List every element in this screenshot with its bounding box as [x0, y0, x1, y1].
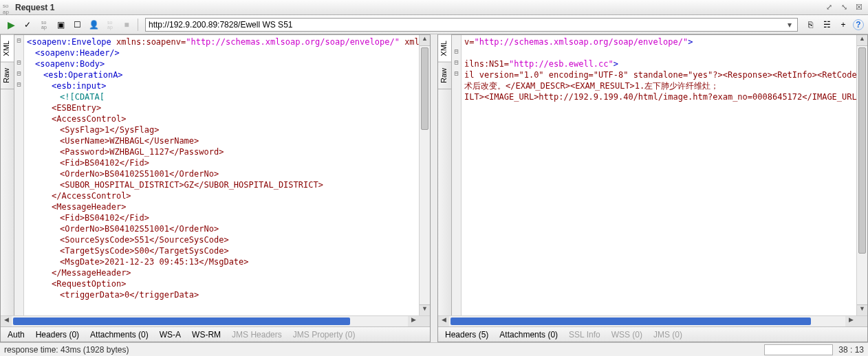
- toolbar-btn-3[interactable]: ▣: [54, 18, 67, 32]
- tab-raw-request[interactable]: Raw: [1, 63, 14, 89]
- toolbar-right-add[interactable]: +: [836, 18, 850, 32]
- scroll-right-icon[interactable]: ▶: [845, 316, 856, 326]
- tab-wsrm[interactable]: WS-RM: [192, 330, 221, 340]
- scroll-left-icon[interactable]: ◀: [438, 316, 449, 326]
- tab-jms-headers[interactable]: JMS Headers: [232, 330, 282, 340]
- response-bottom-tabs: Headers (5) Attachments (0) SSL Info WSS…: [438, 326, 867, 342]
- request-editor: ⊟⊟⊟⊟ <soapenv:Envelope xmlns:soapenv="ht…: [14, 35, 430, 315]
- toolbar-separator: [138, 19, 138, 31]
- response-vtabs: XML Raw: [438, 35, 452, 315]
- address-bar[interactable]: ▾: [145, 18, 798, 32]
- tab-xml-response[interactable]: XML: [438, 35, 451, 63]
- request-vscrollbar[interactable]: ▲ ▼: [419, 35, 430, 315]
- toolbar-right-1[interactable]: ⎘: [803, 18, 817, 32]
- scroll-down-icon[interactable]: ▼: [420, 304, 430, 315]
- window-btn-1[interactable]: ⤢: [823, 3, 835, 12]
- tab-ssl-info[interactable]: SSL Info: [569, 330, 600, 340]
- window-buttons: ⤢ ⤡ ☒: [823, 3, 865, 12]
- status-text: response time: 43ms (1928 bytes): [4, 345, 129, 355]
- response-code[interactable]: v="http://schemas.xmlsoap.org/soap/envel…: [462, 35, 856, 315]
- status-box: [764, 344, 833, 355]
- toolbar-btn-5[interactable]: 👤: [87, 18, 100, 32]
- request-bottom-tabs: Auth Headers (0) Attachments (0) WS-A WS…: [1, 326, 430, 342]
- run-button[interactable]: ▶: [4, 18, 18, 32]
- tab-resp-headers[interactable]: Headers (5): [445, 330, 488, 340]
- scroll-left-icon[interactable]: ◀: [1, 316, 12, 326]
- toolbar-btn-4[interactable]: ☐: [70, 18, 84, 32]
- request-vtabs: XML Raw: [1, 35, 14, 315]
- scroll-up-icon[interactable]: ▲: [420, 35, 430, 46]
- tab-wsa[interactable]: WS-A: [160, 330, 181, 340]
- vscroll-thumb[interactable]: [858, 47, 866, 254]
- close-icon[interactable]: ☒: [853, 3, 865, 12]
- response-hscrollbar[interactable]: ◀ ▶: [438, 315, 867, 326]
- url-input[interactable]: [149, 20, 785, 30]
- vscroll-thumb[interactable]: [421, 47, 428, 130]
- toolbar: ▶ ✓ so ap ▣ ☐ 👤 so ap ■ ▾ ⎘ ☵ + ?: [0, 15, 868, 34]
- response-gutter[interactable]: ⊟⊟⊟: [452, 35, 462, 315]
- soap-icon: so ap: [3, 3, 12, 12]
- main-split: XML Raw ⊟⊟⊟⊟ <soapenv:Envelope xmlns:soa…: [0, 34, 868, 342]
- request-code[interactable]: <soapenv:Envelope xmlns:soapenv="http://…: [24, 35, 419, 315]
- request-gutter[interactable]: ⊟⊟⊟⊟: [14, 35, 24, 315]
- tab-jms-property[interactable]: JMS Property (0): [293, 330, 356, 340]
- tab-xml-request[interactable]: XML: [1, 35, 14, 63]
- tab-wss[interactable]: WSS (0): [611, 330, 642, 340]
- response-editor: ⊟⊟⊟ v="http://schemas.xmlsoap.org/soap/e…: [452, 35, 867, 315]
- tab-auth[interactable]: Auth: [8, 330, 25, 340]
- tab-req-attachments[interactable]: Attachments (0): [90, 330, 149, 340]
- cursor-position: 38 : 13: [838, 345, 864, 355]
- tab-jms[interactable]: JMS (0): [653, 330, 682, 340]
- toolbar-btn-add-assertion[interactable]: ✓: [21, 18, 34, 32]
- window-btn-2[interactable]: ⤡: [838, 3, 850, 12]
- chevron-down-icon[interactable]: ▾: [785, 20, 794, 30]
- scroll-right-icon[interactable]: ▶: [408, 316, 419, 326]
- stop-button[interactable]: ■: [120, 18, 133, 32]
- title-bar: so ap Request 1 ⤢ ⤡ ☒: [0, 0, 868, 15]
- response-pane: XML Raw ⊟⊟⊟ v="http://schemas.xmlsoap.or…: [437, 34, 868, 342]
- response-vscrollbar[interactable]: ▲ ▼: [856, 35, 867, 315]
- scroll-down-icon[interactable]: ▼: [857, 304, 867, 315]
- scroll-up-icon[interactable]: ▲: [857, 35, 867, 46]
- tab-raw-response[interactable]: Raw: [438, 63, 451, 89]
- request-hscrollbar[interactable]: ◀ ▶: [1, 315, 430, 326]
- toolbar-btn-soap2[interactable]: so ap: [103, 18, 117, 32]
- tab-resp-attachments[interactable]: Attachments (0): [499, 330, 558, 340]
- window-title: Request 1: [15, 3, 54, 12]
- status-bar: response time: 43ms (1928 bytes) 38 : 13: [0, 342, 868, 356]
- toolbar-right-2[interactable]: ☵: [820, 18, 834, 32]
- help-icon[interactable]: ?: [853, 19, 864, 30]
- split-divider[interactable]: [432, 34, 436, 342]
- tab-req-headers[interactable]: Headers (0): [36, 330, 79, 340]
- toolbar-btn-soap[interactable]: so ap: [37, 18, 51, 32]
- request-pane: XML Raw ⊟⊟⊟⊟ <soapenv:Envelope xmlns:soa…: [0, 34, 431, 342]
